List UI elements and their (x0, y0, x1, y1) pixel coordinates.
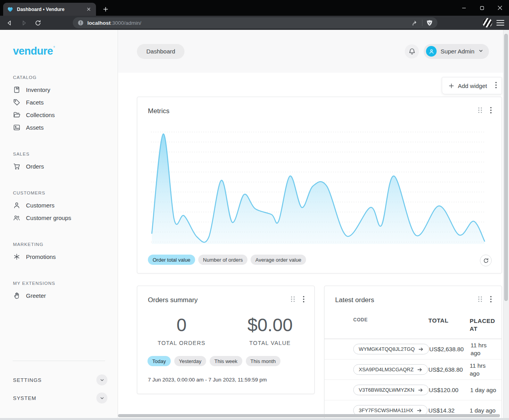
browser-window: Dashboard • Vendure (0, 0, 509, 420)
drag-handle-icon[interactable] (478, 296, 483, 304)
order-link[interactable]: XSA9PD4LM3CGAQRZ (353, 364, 428, 375)
main-content: Dashboard Super Admin (118, 30, 503, 420)
sidebar-section-marketing: MARKETING Promotions (13, 242, 107, 263)
tab-title: Dashboard • Vendure (17, 7, 81, 12)
chevron-down-icon[interactable] (96, 392, 107, 403)
add-widget-kebab-icon[interactable] (495, 82, 497, 90)
page-header: Dashboard Super Admin (118, 30, 503, 73)
minimize-button[interactable] (455, 0, 473, 16)
new-tab-button[interactable] (100, 4, 111, 14)
filter-pill-average-order-value[interactable]: Average order value (251, 255, 306, 265)
widget-menu-kebab-icon[interactable] (303, 296, 304, 304)
sidebar-item-orders[interactable]: Orders (13, 160, 107, 172)
user-menu[interactable]: Super Admin (424, 44, 489, 59)
sidebar-item-collections[interactable]: Collections (13, 108, 107, 121)
metrics-widget: Metrics (137, 97, 502, 273)
app-shell: vendure° CATALOG Inventory Facets Collec… (0, 30, 509, 420)
sidebar-item-label: Orders (26, 163, 44, 170)
sidebar-section-settings-toggle[interactable]: SETTINGS (13, 371, 107, 389)
sidebar-section-catalog: CATALOG Inventory Facets Collections Ass… (13, 75, 107, 134)
drag-handle-icon[interactable] (478, 107, 483, 115)
filter-pill-number-of-orders[interactable]: Number of orders (198, 255, 247, 265)
chevron-down-icon[interactable] (96, 374, 107, 385)
browser-profile-avatar[interactable] (482, 18, 492, 28)
vertical-scrollbar[interactable] (503, 30, 509, 420)
order-code: 3FY7FSCWSHMA11HX (359, 407, 413, 413)
filter-pill-yesterday[interactable]: Yesterday (174, 356, 206, 366)
dashboard-body: Add widget Metrics (118, 73, 503, 420)
assets-icon (13, 124, 20, 131)
section-label: SYSTEM (13, 395, 36, 401)
order-link[interactable]: V3T6BW8ZQLWMYZKN (353, 385, 429, 395)
order-placed-at: 11 hrs ago (470, 362, 502, 377)
sidebar-section-customers: CUSTOMERS Customers Customer groups (13, 191, 107, 224)
sidebar-item-label: Collections (26, 112, 55, 118)
tab-close-icon[interactable] (85, 6, 92, 13)
sidebar-item-greeter[interactable]: Greeter (13, 289, 107, 302)
sidebar-item-assets[interactable]: Assets (13, 121, 107, 134)
widget-title: Latest orders (335, 296, 478, 304)
filter-pill-order-total-value[interactable]: Order total value (148, 255, 195, 265)
user-name: Super Admin (441, 48, 474, 55)
order-code: XSA9PD4LM3CGAQRZ (359, 367, 413, 372)
orders-summary-widget: Orders summary 0 TOTAL ORDERS (137, 286, 315, 394)
widget-menu-kebab-icon[interactable] (490, 107, 492, 115)
share-icon[interactable] (411, 20, 418, 26)
user-icon (428, 48, 435, 55)
widget-title: Metrics (148, 107, 478, 115)
maximize-button[interactable] (473, 0, 491, 16)
greeter-hand-icon (13, 292, 20, 299)
sidebar-section-sales: SALES Orders (13, 152, 107, 172)
vendure-logo[interactable]: vendure° (13, 42, 107, 57)
vertical-scrollbar-thumb[interactable] (504, 34, 508, 301)
inventory-icon (13, 86, 20, 94)
table-row: WYMGK4TQQ8JL2TGQ US$2,638.80 11 hrs ago (325, 339, 502, 359)
forward-button[interactable] (17, 17, 30, 29)
brave-shield-icon[interactable] (426, 20, 433, 26)
order-link[interactable]: WYMGK4TQQ8JL2TGQ (353, 344, 429, 354)
close-window-button[interactable] (491, 0, 509, 16)
filter-pill-this-month[interactable]: This month (246, 356, 280, 366)
add-widget-button[interactable]: Add widget (442, 77, 502, 94)
section-label: CATALOG (13, 75, 107, 80)
drag-handle-icon[interactable] (290, 296, 295, 304)
sidebar-item-label: Assets (26, 124, 44, 131)
horizontal-scrollbar[interactable] (118, 413, 503, 418)
widget-menu-kebab-icon[interactable] (490, 296, 492, 304)
refresh-button[interactable] (480, 255, 492, 266)
url-text: localhost:3000/admin/ (87, 20, 141, 26)
reload-button[interactable] (31, 17, 44, 29)
column-header-total: TOTAL (428, 317, 470, 324)
site-info-icon[interactable] (77, 20, 84, 26)
metrics-chart-svg (151, 130, 485, 244)
notifications-button[interactable] (405, 44, 419, 59)
horizontal-scrollbar-thumb[interactable] (118, 414, 500, 417)
facets-icon (13, 99, 20, 106)
back-button[interactable] (3, 17, 16, 29)
user-avatar (426, 46, 437, 57)
order-total: US$2,638.80 (428, 366, 470, 373)
table-header: CODE TOTAL PLACED AT (325, 317, 502, 339)
orders-icon (13, 163, 20, 170)
filter-pill-this-week[interactable]: This week (210, 356, 242, 366)
breadcrumb[interactable]: Dashboard (137, 44, 184, 59)
section-label: SALES (13, 152, 107, 156)
sidebar-item-label: Facets (26, 99, 44, 106)
column-header-placed-at: PLACED AT (470, 317, 502, 332)
order-placed-at: 11 hrs ago (470, 341, 502, 357)
sidebar-item-customer-groups[interactable]: Customer groups (13, 211, 107, 224)
sidebar-section-system-toggle[interactable]: SYSTEM (13, 389, 107, 407)
sidebar-item-facets[interactable]: Facets (13, 96, 107, 108)
table-row: V3T6BW8ZQLWMYZKN US$120.00 1 day ago (325, 380, 502, 400)
sidebar-item-promotions[interactable]: Promotions (13, 250, 107, 263)
filter-pill-today[interactable]: Today (148, 356, 171, 366)
metric-filter-pills: Order total value Number of orders Avera… (148, 255, 306, 265)
sidebar-item-label: Greeter (26, 292, 46, 299)
sidebar-item-inventory[interactable]: Inventory (13, 83, 107, 96)
browser-tab[interactable]: Dashboard • Vendure (3, 3, 96, 16)
order-code: WYMGK4TQQ8JL2TGQ (359, 346, 415, 352)
sidebar-item-customers[interactable]: Customers (13, 199, 107, 211)
url-bar[interactable]: localhost:3000/admin/ (73, 17, 437, 28)
browser-menu-icon[interactable] (496, 18, 504, 27)
arrow-right-icon (417, 408, 422, 413)
